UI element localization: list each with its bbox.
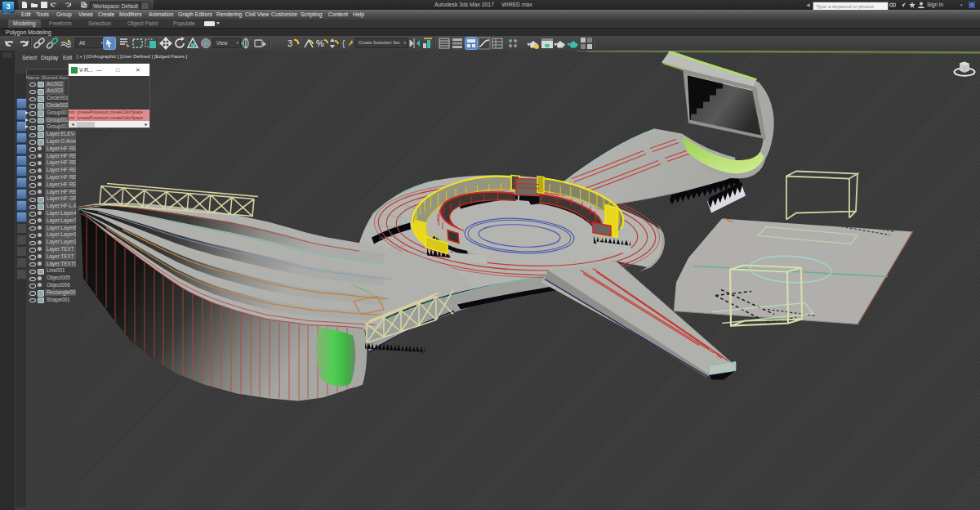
svg-text:{: { — [342, 39, 345, 48]
svg-text:3: 3 — [287, 38, 292, 48]
svg-text:%: % — [316, 38, 324, 48]
